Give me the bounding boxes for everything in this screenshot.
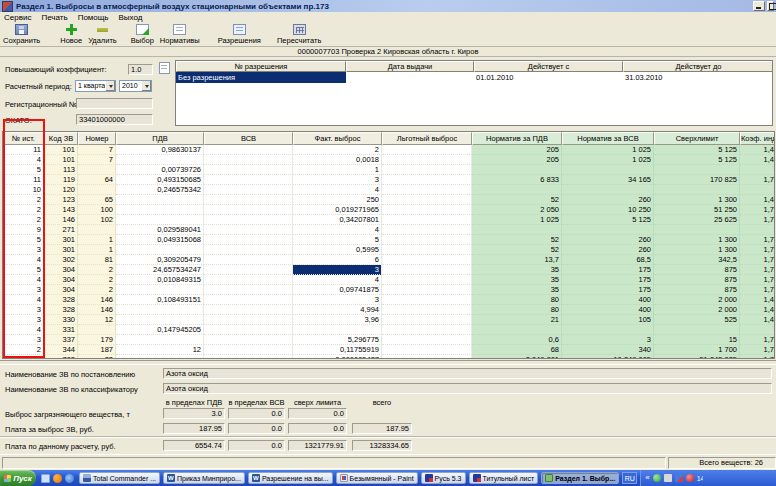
emissions-cell[interactable]: 1,4	[740, 155, 775, 165]
emissions-cell[interactable]	[204, 185, 293, 195]
emissions-cell[interactable]: 10 250	[562, 205, 654, 215]
emissions-cell[interactable]	[654, 165, 740, 175]
emissions-cell[interactable]	[293, 325, 382, 335]
emissions-cell[interactable]	[204, 295, 293, 305]
emissions-cell[interactable]: 81	[78, 255, 116, 265]
emissions-cell[interactable]	[116, 155, 204, 165]
emissions-cell[interactable]	[204, 275, 293, 285]
emissions-cell[interactable]	[740, 165, 775, 175]
emissions-cell[interactable]	[204, 155, 293, 165]
emissions-cell[interactable]	[382, 155, 472, 165]
emissions-cell[interactable]: 1	[293, 165, 382, 175]
emissions-column-header[interactable]: Номер	[78, 132, 116, 145]
recalculate-button[interactable]: Пересчитать	[274, 23, 324, 46]
emissions-cell[interactable]: 703	[44, 355, 78, 359]
emissions-cell[interactable]	[116, 215, 204, 225]
emissions-column-header[interactable]: Код ЗВ	[44, 132, 78, 145]
emissions-row[interactable]: 51130,007397261	[3, 165, 775, 175]
emissions-cell[interactable]: 0,108493151	[116, 295, 204, 305]
emissions-row[interactable]: 4302810,309205479613,768,5342,51,7	[3, 255, 775, 265]
payment-over-field[interactable]: 0.0	[288, 423, 347, 434]
emissions-cell[interactable]: 330	[44, 315, 78, 325]
emissions-cell[interactable]: 21	[472, 315, 562, 325]
emissions-cell[interactable]	[204, 245, 293, 255]
emissions-cell[interactable]: 205	[472, 145, 562, 155]
taskbar-task[interactable]: Русь 5.3	[421, 472, 466, 484]
emissions-cell[interactable]: 0,98630137	[116, 145, 204, 155]
taskbar-task[interactable]: Разрешение на вы...	[248, 472, 333, 484]
emissions-cell[interactable]: 105	[562, 315, 654, 325]
note-icon[interactable]	[159, 62, 170, 74]
emissions-cell[interactable]	[78, 225, 116, 235]
emission-pdv-field[interactable]: 3.0	[163, 408, 225, 419]
tray-red-icon[interactable]	[686, 474, 694, 482]
emissions-cell[interactable]	[382, 305, 472, 315]
emissions-cell[interactable]: 0,010849315	[116, 275, 204, 285]
emissions-cell[interactable]	[654, 225, 740, 235]
emissions-cell[interactable]: 304	[44, 265, 78, 275]
emissions-cell[interactable]	[204, 305, 293, 315]
emissions-cell[interactable]	[472, 225, 562, 235]
emissions-cell[interactable]	[204, 355, 293, 359]
emissions-row[interactable]: 330110,5995522601 3001,7	[3, 245, 775, 255]
emission-vsv-field[interactable]: 0.0	[228, 408, 285, 419]
emissions-cell[interactable]: 0,11755919	[293, 345, 382, 355]
emissions-cell[interactable]: 1	[78, 245, 116, 255]
menu-vyhod[interactable]: Выход	[115, 13, 149, 22]
emissions-cell[interactable]: 4	[293, 275, 382, 285]
emissions-cell[interactable]: 3	[562, 335, 654, 345]
emissions-cell[interactable]	[204, 285, 293, 295]
emissions-cell[interactable]	[204, 265, 293, 275]
okato-field[interactable]: 33401000000	[76, 114, 153, 125]
show-desktop-icon[interactable]	[41, 474, 50, 483]
emissions-cell[interactable]	[382, 165, 472, 175]
emissions-cell[interactable]	[116, 355, 204, 359]
emissions-column-header[interactable]: ПДВ	[116, 132, 204, 145]
taskbar-task[interactable]: Титульный лист	[469, 472, 539, 484]
emissions-cell[interactable]	[382, 275, 472, 285]
emissions-row[interactable]: 11119640,49315068536 83334 165170 8251,7	[3, 175, 775, 185]
emissions-cell[interactable]	[204, 315, 293, 325]
emissions-cell[interactable]: 5 125	[654, 155, 740, 165]
emissions-cell[interactable]: 179	[78, 335, 116, 345]
emissions-cell[interactable]	[382, 335, 472, 345]
emissions-row[interactable]: 33281464,994804002 0001,4	[3, 305, 775, 315]
emissions-cell[interactable]: 170 825	[654, 175, 740, 185]
tray-expand-icon[interactable]: «	[645, 471, 649, 485]
media-player-icon[interactable]	[53, 474, 62, 483]
emissions-cell[interactable]: 1,7	[740, 175, 775, 185]
emissions-cell[interactable]: 5,296775	[293, 335, 382, 345]
emissions-cell[interactable]: 25 625	[654, 215, 740, 225]
emissions-cell[interactable]: 175	[562, 275, 654, 285]
emissions-cell[interactable]	[740, 225, 775, 235]
emissions-cell[interactable]: 10 249 005	[562, 355, 654, 359]
emissions-cell[interactable]	[382, 245, 472, 255]
emissions-cell[interactable]: 400	[562, 305, 654, 315]
emissions-cell[interactable]: 1,7	[740, 215, 775, 225]
emissions-cell[interactable]: 0,019271965	[293, 205, 382, 215]
emissions-cell[interactable]: 304	[44, 285, 78, 295]
emissions-cell[interactable]: 2	[3, 195, 44, 205]
emissions-cell[interactable]: 1,4	[740, 305, 775, 315]
tray-green-icon[interactable]	[653, 474, 661, 482]
emissions-row[interactable]: 21461020,342078011 0255 12525 6251,7	[3, 215, 775, 225]
emissions-cell[interactable]: 1,4	[740, 195, 775, 205]
emissions-row[interactable]: 21431000,0192719652 05010 25051 2501,7	[3, 205, 775, 215]
emissions-cell[interactable]: 0,493150685	[116, 175, 204, 185]
emissions-cell[interactable]: 2	[3, 215, 44, 225]
emissions-row[interactable]: 43310,147945205	[3, 325, 775, 335]
emissions-cell[interactable]	[382, 215, 472, 225]
emissions-cell[interactable]: 5 125	[654, 145, 740, 155]
emissions-cell[interactable]: 4	[293, 185, 382, 195]
emissions-cell[interactable]: 302	[44, 255, 78, 265]
emissions-cell[interactable]	[382, 355, 472, 359]
koef-field[interactable]: 1.0	[128, 64, 153, 75]
emissions-row[interactable]: 101200,2465753424	[3, 185, 775, 195]
emissions-cell[interactable]	[204, 165, 293, 175]
emissions-cell[interactable]: 2 050	[472, 205, 562, 215]
emissions-cell[interactable]	[204, 195, 293, 205]
emissions-cell[interactable]	[472, 325, 562, 335]
permission-row[interactable]: Без разрешения 01.01.2010 31.03.2010	[176, 72, 772, 83]
emissions-row[interactable]: 530110,0493150685522601 3001,7	[3, 235, 775, 245]
calc-vsv-field[interactable]: 0.0	[228, 440, 285, 451]
